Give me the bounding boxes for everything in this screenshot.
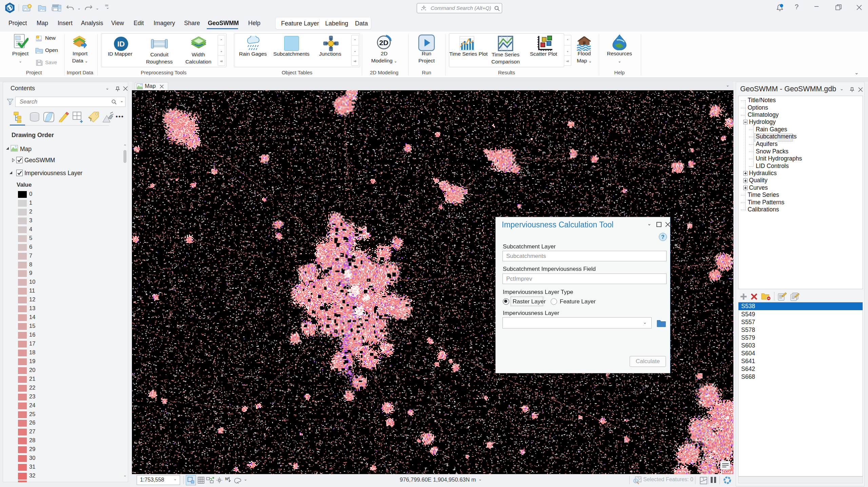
svg-text:2D: 2D xyxy=(379,39,389,46)
svg-text:N: N xyxy=(225,477,228,481)
svg-text:ID: ID xyxy=(117,40,125,48)
